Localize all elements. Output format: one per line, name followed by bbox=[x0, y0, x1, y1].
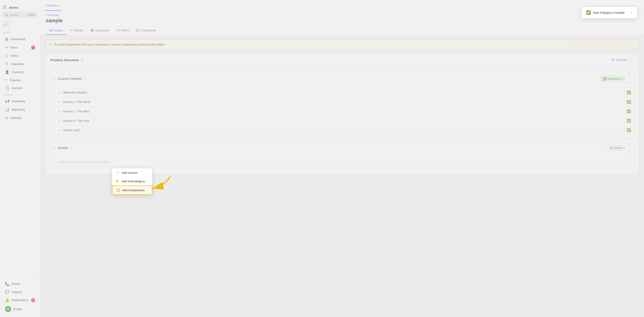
card-title-text: Product Structure bbox=[50, 58, 79, 62]
calendars-icon: 🗓 bbox=[5, 62, 8, 66]
main-content: Courses ▾ ‹ Products sample ▤ Outline ✏ … bbox=[40, 0, 644, 317]
page-title: sample bbox=[46, 18, 638, 24]
warning-icon: ● bbox=[50, 42, 52, 46]
section-status: ✅ Published ▾ ⌃ ⌄ bbox=[600, 73, 631, 85]
lesson-icon: ▷ bbox=[59, 119, 61, 122]
sidebar-item-settings[interactable]: ⚙ Settings bbox=[1, 114, 39, 122]
tab-details[interactable]: ✏ Details bbox=[66, 26, 87, 35]
sidebar-item-profile[interactable]: G Profile bbox=[1, 304, 39, 314]
sidebar-item-label: Invoices bbox=[12, 86, 23, 90]
section-info-icon: ⓘ bbox=[70, 146, 72, 150]
section-title-text: Course Contents bbox=[58, 77, 82, 81]
top-navigation: Courses ▾ bbox=[40, 0, 644, 11]
tab-offers[interactable]: 🏷 Offers bbox=[113, 26, 133, 35]
preview-label: Preview bbox=[616, 58, 627, 62]
sample-section-header: ≡ sample ⓘ 🗑 Draft ▾ ⌃ ⌄ bbox=[50, 139, 634, 157]
customize-icon: 🎨 bbox=[90, 29, 94, 32]
status-chevron-icon: ▾ bbox=[622, 77, 623, 81]
tab-outline[interactable]: ▤ Outline bbox=[46, 26, 66, 35]
pipeline-icon: ✏ bbox=[5, 78, 8, 82]
sidebar-item-phone[interactable]: 📞 Phone bbox=[1, 280, 39, 288]
lightning-button[interactable]: ⚡ bbox=[2, 21, 10, 28]
sidebar-item-contacts[interactable]: 👤 Contacts bbox=[1, 68, 39, 76]
card-title: Product Structure ⓘ bbox=[50, 58, 84, 62]
tab-customize[interactable]: 🎨 Customize bbox=[87, 26, 113, 35]
search-label: Search bbox=[10, 13, 19, 17]
breadcrumb-label: Products bbox=[48, 14, 59, 17]
toast-message: New Category Created! bbox=[593, 11, 625, 14]
add-content-placeholder: Add a Lesson, Category or Assessment bbox=[50, 157, 634, 167]
lightning-icon: ⚡ bbox=[4, 22, 8, 27]
sample-section: ≡ sample ⓘ 🗑 Draft ▾ ⌃ ⌄ bbox=[50, 139, 635, 167]
status-label: Draft bbox=[614, 146, 620, 150]
lesson-row[interactable]: ▷ Lesson 1: The What ✅ bbox=[50, 97, 634, 107]
lesson-name: Lesson 1: The What bbox=[63, 100, 624, 104]
lesson-icon: ▷ bbox=[59, 91, 61, 94]
app-logo: demo bbox=[9, 6, 18, 10]
hamburger-icon[interactable]: ☰ bbox=[3, 5, 6, 10]
lesson-check-icon: ✅ bbox=[626, 119, 631, 123]
lesson-check-icon: ✅ bbox=[626, 128, 631, 132]
lesson-icon: ▷ bbox=[59, 100, 61, 104]
lesson-row[interactable]: ▷ Lesson 2: The Why ✅ bbox=[50, 107, 634, 116]
dropdown-add-assessment[interactable]: 📋 Add Assessment bbox=[112, 185, 152, 195]
expand-button[interactable]: ⌄ bbox=[627, 148, 631, 154]
preview-button[interactable]: 👁 Preview bbox=[612, 58, 627, 62]
sidebar-item-label: Tasks bbox=[10, 54, 18, 57]
expand-collapse-buttons: ⌃ ⌄ bbox=[627, 73, 631, 85]
sidebar-item-notifications[interactable]: 🔔 Notifications 13 bbox=[1, 296, 39, 304]
dropdown-add-subcategory[interactable]: 📁 Add Subcategory bbox=[112, 177, 152, 185]
folder-icon: 📁 bbox=[116, 179, 120, 183]
section-title-text: sample bbox=[58, 146, 68, 150]
sidebar-item-label: Phone bbox=[12, 282, 20, 286]
sidebar-item-pipeline[interactable]: ✏ Pipeline bbox=[1, 77, 39, 84]
drag-handle-icon[interactable]: ≡ bbox=[53, 77, 55, 81]
expand-button[interactable]: ⌄ bbox=[627, 79, 631, 85]
assessment-icon: 📋 bbox=[116, 188, 120, 192]
sidebar-item-inbox[interactable]: ✉ Inbox 2 bbox=[1, 44, 39, 51]
phone-icon: 📞 bbox=[5, 282, 10, 286]
sidebar-item-label: Reporting bbox=[12, 108, 25, 111]
tab-courses[interactable]: Courses ▾ bbox=[45, 1, 61, 11]
published-status-button[interactable]: ✅ Published ▾ bbox=[600, 76, 626, 82]
collapse-button[interactable]: ⌃ bbox=[627, 142, 631, 148]
sidebar-item-calendars[interactable]: 🗓 Calendars bbox=[1, 60, 39, 68]
dropdown-add-lesson[interactable]: 📄 Add Lesson bbox=[112, 168, 152, 177]
section-header: ≡ Course Contents ⓘ ✅ Published ▾ ⌃ bbox=[50, 70, 634, 88]
sidebar-item-tasks[interactable]: ☑ Tasks bbox=[1, 52, 39, 60]
toast-close-button[interactable]: × bbox=[630, 11, 632, 15]
more-options-button[interactable]: ⋮ bbox=[630, 58, 634, 62]
search-button[interactable]: 🔍 Search ctrl K bbox=[2, 12, 38, 18]
drag-handle-icon[interactable]: ≡ bbox=[53, 146, 55, 150]
chevron-down-icon: ▾ bbox=[59, 4, 60, 7]
sidebar-item-dashboard[interactable]: ▦ Dashboard bbox=[1, 35, 39, 43]
tab-customize-label: Customize bbox=[95, 29, 110, 32]
tab-comments[interactable]: 💬 Comments bbox=[132, 26, 159, 35]
lesson-row[interactable]: ▷ Lesson 3: The How ✅ bbox=[50, 116, 634, 125]
sidebar-item-support[interactable]: 💬 Support bbox=[1, 288, 39, 296]
inbox-icon: ✉ bbox=[5, 45, 8, 50]
support-icon: 💬 bbox=[5, 290, 10, 294]
lesson-row[interactable]: ▷ Welcome Aboard! ✅ bbox=[50, 88, 634, 97]
page-header: ‹ Products sample ▤ Outline ✏ Details 🎨 … bbox=[40, 11, 644, 35]
sidebar-item-label: Dashboard bbox=[10, 38, 25, 41]
sidebar-item-marketing[interactable]: 📢 Marketing bbox=[1, 97, 39, 105]
lesson-row[interactable]: ▷ What's next? ✅ bbox=[50, 125, 634, 135]
add-assessment-label: Add Assessment bbox=[122, 189, 145, 192]
contacts-icon: 👤 bbox=[5, 70, 10, 74]
settings-icon: ⚙ bbox=[5, 116, 8, 120]
draft-status-button[interactable]: 🗑 Draft ▾ bbox=[608, 145, 626, 151]
chevron-left-icon: ‹ bbox=[46, 14, 46, 17]
tasks-icon: ☑ bbox=[5, 54, 8, 58]
collapse-button[interactable]: ⌃ bbox=[627, 73, 631, 79]
sidebar-item-label: Notifications bbox=[12, 298, 28, 302]
offers-icon: 🏷 bbox=[117, 29, 120, 32]
reporting-icon: 📊 bbox=[5, 107, 10, 112]
sidebar-item-invoices[interactable]: 📋 Invoices bbox=[1, 84, 39, 92]
sidebar-item-reporting[interactable]: 📊 Reporting bbox=[1, 106, 39, 113]
add-subcategory-label: Add Subcategory bbox=[122, 180, 145, 183]
sidebar-item-label: Contacts bbox=[12, 70, 24, 74]
breadcrumb[interactable]: ‹ Products bbox=[46, 14, 638, 17]
lesson-name: Lesson 3: The How bbox=[63, 119, 624, 122]
add-lesson-label: Add Lesson bbox=[122, 171, 138, 174]
